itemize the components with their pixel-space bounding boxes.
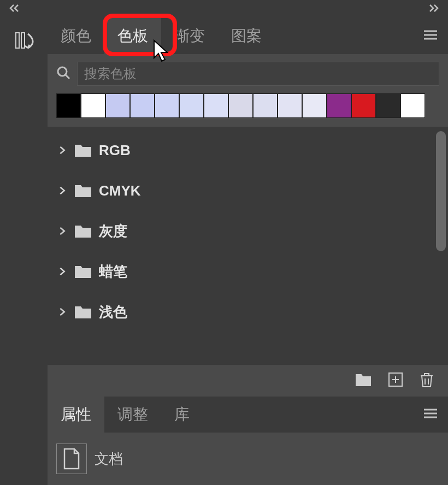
chevron-right-icon (57, 145, 67, 155)
swatches-footer (48, 365, 448, 397)
document-label: 文档 (95, 449, 123, 469)
folder-name: 蜡笔 (99, 262, 127, 281)
tab-color[interactable]: 颜色 (48, 18, 104, 54)
chevron-right-icon (57, 186, 67, 196)
tool-button[interactable] (10, 27, 38, 54)
panel-menu-icon[interactable] (423, 408, 438, 421)
folder-item[interactable]: 灰度 (48, 211, 448, 251)
chevron-right-icon (57, 226, 67, 236)
collapse-right-icon[interactable] (428, 4, 440, 15)
swatch-4[interactable] (155, 93, 179, 118)
search-input[interactable] (77, 62, 439, 86)
svg-point-5 (58, 67, 67, 76)
tab-gradient[interactable]: 渐变 (161, 18, 218, 54)
swatch-0[interactable] (56, 93, 81, 118)
svg-rect-1 (21, 33, 25, 48)
tab-adjustments[interactable]: 调整 (104, 397, 161, 433)
folder-item[interactable]: 蜡笔 (48, 251, 448, 292)
folder-icon (74, 223, 92, 239)
new-swatch-icon[interactable] (388, 372, 403, 389)
swatch-10[interactable] (302, 93, 327, 118)
swatch-7[interactable] (228, 93, 253, 118)
folder-name: CMYK (99, 182, 141, 199)
scrollbar-thumb[interactable] (436, 131, 446, 251)
swatch-9[interactable] (278, 93, 302, 118)
folder-icon (74, 304, 92, 320)
search-icon (56, 66, 70, 82)
tab-properties[interactable]: 属性 (48, 397, 104, 433)
swatch-6[interactable] (204, 93, 228, 118)
folder-icon (74, 264, 92, 279)
swatch-2[interactable] (105, 93, 130, 118)
swatch-13[interactable] (376, 93, 400, 118)
trash-icon[interactable] (420, 371, 434, 390)
chevron-right-icon (57, 267, 67, 276)
swatch-8[interactable] (253, 93, 278, 118)
chevron-right-icon (57, 307, 67, 317)
swatch-11[interactable] (327, 93, 351, 118)
folder-icon (74, 143, 92, 158)
properties-tabs: 属性 调整 库 (48, 397, 448, 433)
swatch-strip (48, 93, 448, 127)
folder-item[interactable]: CMYK (48, 170, 448, 211)
svg-line-6 (66, 75, 69, 79)
swatch-14[interactable] (400, 93, 425, 118)
folder-item[interactable]: 浅色 (48, 292, 448, 332)
swatch-5[interactable] (179, 93, 204, 118)
swatch-1[interactable] (81, 93, 105, 118)
panel-menu-icon[interactable] (423, 29, 438, 43)
folder-name: 灰度 (99, 222, 127, 241)
tab-pattern[interactable]: 图案 (218, 18, 275, 54)
folder-item[interactable]: RGB (48, 130, 448, 170)
folder-name: 浅色 (99, 303, 127, 322)
new-group-icon[interactable] (355, 372, 372, 389)
folder-name: RGB (99, 142, 131, 159)
swatches-tabs: 颜色 色板 渐变 图案 (48, 18, 448, 54)
tab-swatches[interactable]: 色板 (104, 18, 161, 54)
side-tool-rail (0, 18, 48, 485)
folder-icon (74, 183, 92, 198)
window-top-bar (0, 0, 448, 18)
collapse-left-icon[interactable] (8, 4, 20, 15)
swatch-12[interactable] (351, 93, 376, 118)
svg-rect-0 (16, 33, 19, 48)
swatch-3[interactable] (130, 93, 155, 118)
tab-libraries[interactable]: 库 (161, 397, 203, 433)
document-icon (56, 443, 87, 474)
swatch-folder-list: RGB CMYK 灰度 蜡笔 浅色 (48, 127, 448, 365)
